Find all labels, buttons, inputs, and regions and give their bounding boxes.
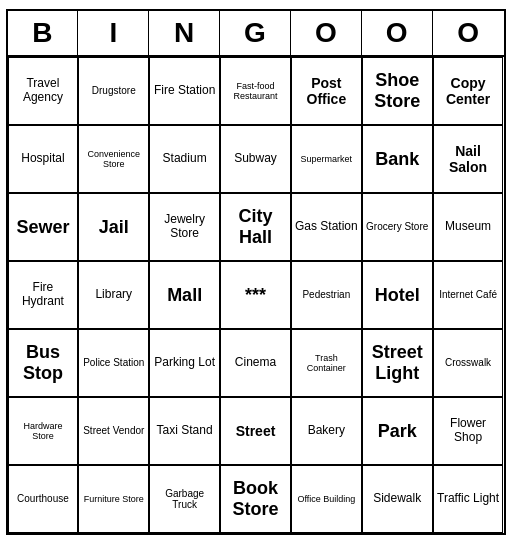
cell-text: Fast-food Restaurant xyxy=(224,81,287,102)
bingo-cell: Crosswalk xyxy=(433,329,504,397)
bingo-cell: Bus Stop xyxy=(8,329,79,397)
bingo-cell: Sidewalk xyxy=(362,465,433,533)
bingo-cell: Drugstore xyxy=(78,57,149,125)
header-letter: B xyxy=(8,11,79,55)
bingo-cell: Parking Lot xyxy=(149,329,220,397)
bingo-cell: Furniture Store xyxy=(78,465,149,533)
cell-text: Cinema xyxy=(224,356,287,370)
cell-text: Parking Lot xyxy=(153,356,216,370)
cell-text: Convenience Store xyxy=(82,149,145,170)
cell-text: Shoe Store xyxy=(366,70,429,111)
bingo-cell: Museum xyxy=(433,193,504,261)
bingo-card: BINGOOO Travel AgencyDrugstoreFire Stati… xyxy=(6,9,506,535)
bingo-cell: Jewelry Store xyxy=(149,193,220,261)
header-letter: G xyxy=(220,11,291,55)
bingo-cell: Flower Shop xyxy=(433,397,504,465)
bingo-grid: Travel AgencyDrugstoreFire StationFast-f… xyxy=(8,57,504,533)
bingo-cell: Street xyxy=(220,397,291,465)
cell-text: Traffic Light xyxy=(437,492,500,506)
cell-text: Grocery Store xyxy=(366,221,429,233)
header-letter: O xyxy=(291,11,362,55)
bingo-cell: Office Building xyxy=(291,465,362,533)
cell-text: Jail xyxy=(82,217,145,238)
bingo-cell: Park xyxy=(362,397,433,465)
cell-text: Supermarket xyxy=(295,154,358,164)
bingo-cell: Hotel xyxy=(362,261,433,329)
cell-text: Street xyxy=(224,423,287,439)
bingo-cell: Travel Agency xyxy=(8,57,79,125)
cell-text: Furniture Store xyxy=(82,494,145,504)
bingo-header: BINGOOO xyxy=(8,11,504,57)
cell-text: Gas Station xyxy=(295,220,358,234)
bingo-cell: Fire Hydrant xyxy=(8,261,79,329)
cell-text: Subway xyxy=(224,152,287,166)
bingo-cell: Police Station xyxy=(78,329,149,397)
bingo-cell: Pedestrian xyxy=(291,261,362,329)
cell-text: Hotel xyxy=(366,285,429,306)
cell-text: Bus Stop xyxy=(12,342,75,383)
cell-text: Bakery xyxy=(295,424,358,438)
bingo-cell: Taxi Stand xyxy=(149,397,220,465)
cell-text: Garbage Truck xyxy=(153,488,216,511)
cell-text: Fire Hydrant xyxy=(12,281,75,309)
cell-text: City Hall xyxy=(224,206,287,247)
bingo-cell: *** xyxy=(220,261,291,329)
cell-text: Office Building xyxy=(295,494,358,504)
bingo-cell: Jail xyxy=(78,193,149,261)
cell-text: Taxi Stand xyxy=(153,424,216,438)
header-letter: N xyxy=(149,11,220,55)
bingo-cell: Copy Center xyxy=(433,57,504,125)
bingo-cell: Hardware Store xyxy=(8,397,79,465)
bingo-cell: Gas Station xyxy=(291,193,362,261)
header-letter: O xyxy=(433,11,504,55)
cell-text: Fire Station xyxy=(153,84,216,98)
bingo-cell: Garbage Truck xyxy=(149,465,220,533)
cell-text: Museum xyxy=(437,220,500,234)
cell-text: Book Store xyxy=(224,478,287,519)
bingo-cell: Stadium xyxy=(149,125,220,193)
cell-text: Library xyxy=(82,288,145,302)
cell-text: Police Station xyxy=(82,357,145,369)
bingo-cell: Convenience Store xyxy=(78,125,149,193)
bingo-cell: Grocery Store xyxy=(362,193,433,261)
bingo-cell: Subway xyxy=(220,125,291,193)
cell-text: Crosswalk xyxy=(437,357,500,369)
header-letter: I xyxy=(78,11,149,55)
cell-text: Sewer xyxy=(12,217,75,238)
cell-text: Copy Center xyxy=(437,75,500,107)
bingo-cell: Book Store xyxy=(220,465,291,533)
bingo-cell: Fire Station xyxy=(149,57,220,125)
cell-text: Travel Agency xyxy=(12,77,75,105)
header-letter: O xyxy=(362,11,433,55)
bingo-cell: Post Office xyxy=(291,57,362,125)
bingo-cell: Library xyxy=(78,261,149,329)
bingo-cell: Bank xyxy=(362,125,433,193)
bingo-cell: Trash Container xyxy=(291,329,362,397)
cell-text: Trash Container xyxy=(295,353,358,374)
cell-text: Courthouse xyxy=(12,493,75,505)
bingo-cell: Sewer xyxy=(8,193,79,261)
cell-text: Jewelry Store xyxy=(153,213,216,241)
bingo-cell: Hospital xyxy=(8,125,79,193)
cell-text: Bank xyxy=(366,149,429,170)
bingo-cell: Shoe Store xyxy=(362,57,433,125)
cell-text: Mall xyxy=(153,285,216,306)
cell-text: Hardware Store xyxy=(12,421,75,442)
cell-text: Pedestrian xyxy=(295,289,358,301)
bingo-cell: Bakery xyxy=(291,397,362,465)
cell-text: *** xyxy=(224,285,287,306)
bingo-cell: Traffic Light xyxy=(433,465,504,533)
bingo-cell: Street Vendor xyxy=(78,397,149,465)
cell-text: Street Light xyxy=(366,342,429,383)
bingo-cell: Supermarket xyxy=(291,125,362,193)
bingo-cell: Mall xyxy=(149,261,220,329)
cell-text: Internet Café xyxy=(437,289,500,301)
bingo-cell: Nail Salon xyxy=(433,125,504,193)
cell-text: Flower Shop xyxy=(437,417,500,445)
cell-text: Stadium xyxy=(153,152,216,166)
cell-text: Post Office xyxy=(295,75,358,107)
cell-text: Sidewalk xyxy=(366,492,429,506)
cell-text: Hospital xyxy=(12,152,75,166)
bingo-cell: Fast-food Restaurant xyxy=(220,57,291,125)
bingo-cell: Cinema xyxy=(220,329,291,397)
